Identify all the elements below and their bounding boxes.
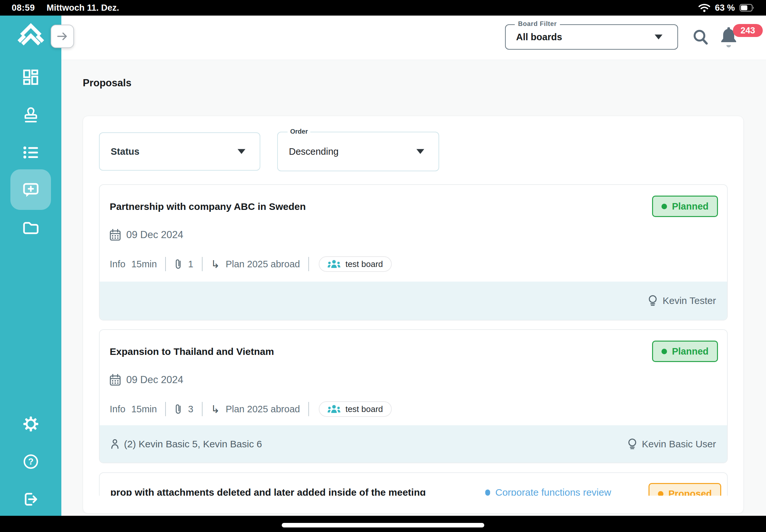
divider [165,257,166,271]
wifi-icon [699,4,710,12]
status-bar-left: 08:59 Mittwoch 11. Dez. [12,3,119,13]
order-select[interactable]: Order Descending [277,132,439,171]
board-chip[interactable]: test board [319,401,392,417]
notifications-button[interactable]: 243 [719,23,765,53]
lightbulb-icon [627,438,637,450]
search-button[interactable] [692,28,710,46]
proposals-panel: Status Order Descending Partnership with… [83,116,744,514]
paperclip-icon [174,258,182,270]
proposal-chat-plus-icon [23,182,39,198]
sidebar-item-settings[interactable] [0,414,61,434]
board-filter-label: Board Filter [515,20,560,28]
board-filter-select[interactable]: Board Filter All boards [505,24,678,50]
status-dot-icon [658,491,663,496]
board-chip-label: test board [345,404,383,414]
subitem-arrow-icon [211,258,220,271]
linked-board-name: Corporate functions review [495,487,611,496]
board-dot-icon [485,490,490,496]
proposal-card-footer: Kevin Tester [100,282,727,320]
sidebar-expand-button[interactable] [51,25,74,48]
sidebar-item-proposals[interactable] [0,180,61,200]
attachment-count: 1 [188,259,193,270]
status-badge: Planned [652,196,718,217]
arrow-right-icon [57,32,68,41]
battery-percent: 63 % [715,3,735,13]
proposal-attendees: (2) Kevin Basic 5, Kevin Basic 6 [111,439,262,450]
status-badge: Planned [652,341,718,362]
clock: 08:59 [12,3,35,13]
sidebar-item-logout[interactable] [0,489,61,510]
notification-count-badge: 243 [733,24,763,37]
divider [202,257,202,271]
proposal-date: 09 Dec 2024 [126,374,183,386]
status-filter-value: Status [111,146,140,157]
sidebar-item-help[interactable]: ? [0,451,61,472]
proposal-date-row: 09 Dec 2024 [110,374,183,386]
battery-icon [739,4,754,12]
person-icon [111,439,119,449]
proposal-title: Partnership with company ABC in Sweden [110,201,306,212]
stamp-icon [23,107,38,123]
search-icon [692,28,710,46]
proposal-title: prop with attachments deleted and later … [110,487,426,496]
proposal-date-row: 09 Dec 2024 [110,229,183,241]
app-logo [17,22,45,47]
sidebar: ? [0,16,61,516]
chevron-down-icon [237,149,245,154]
status-dot-icon [662,204,667,209]
board-filter-value: All boards [516,32,562,42]
proposal-owner-name: Kevin Tester [663,295,716,306]
attachment-count: 3 [188,404,193,415]
proposal-title: Expansion to Thailand and Vietnam [110,346,274,357]
proposal-card[interactable]: Partnership with company ABC in Sweden P… [99,184,728,320]
order-value: Descending [289,146,338,157]
sidebar-item-lists[interactable] [0,142,61,163]
divider [202,402,202,416]
proposal-card[interactable]: prop with attachments deleted and later … [99,472,728,496]
parent-plan-link[interactable]: Plan 2025 abroad [225,259,300,270]
dashboard-icon [23,69,39,85]
meta-type: Info [110,259,125,270]
help-icon: ? [23,454,39,469]
meta-duration: 15min [131,259,157,270]
page-title: Proposals [83,77,131,89]
sidebar-item-approvals[interactable] [0,104,61,125]
home-indicator[interactable] [282,523,484,527]
list-icon [23,146,39,159]
status-bar-right: 63 % [699,3,754,13]
sidebar-item-documents[interactable] [0,217,61,238]
proposal-owner: Kevin Tester [648,295,716,307]
paperclip-icon [174,403,182,415]
linked-board-link[interactable]: Corporate functions review [485,487,611,496]
proposal-meta-row: Info 15min 1 Plan 2025 abroad [110,254,392,274]
proposal-date: 09 Dec 2024 [126,229,183,241]
logout-icon [23,492,39,507]
top-header: Board Filter All boards 243 [61,16,766,60]
svg-text:?: ? [28,457,33,466]
calendar-icon [110,229,121,241]
lightbulb-icon [648,295,658,307]
meta-type: Info [110,404,125,415]
divider [308,402,309,416]
parent-plan-link[interactable]: Plan 2025 abroad [225,404,300,415]
proposal-card-clipped-region: prop with attachments deleted and later … [99,472,728,496]
ios-home-bar [0,516,766,532]
gear-icon [23,416,39,432]
sidebar-item-dashboard[interactable] [0,67,61,88]
board-chip[interactable]: test board [319,256,392,272]
status-dot-icon [662,349,667,354]
proposal-card[interactable]: Expansion to Thailand and Vietnam Planne… [99,329,728,463]
status-filter-select[interactable]: Status [99,132,260,171]
status-badge: Proposed [649,483,721,496]
chevron-down-icon [417,149,424,154]
board-chip-label: test board [345,259,383,269]
ios-status-bar: 08:59 Mittwoch 11. Dez. 63 % [0,0,766,16]
group-icon [327,405,340,414]
group-icon [327,260,340,269]
proposal-card-footer: (2) Kevin Basic 5, Kevin Basic 6 Kevin B… [100,425,727,463]
order-label: Order [287,128,310,135]
calendar-icon [110,374,121,386]
date: Mittwoch 11. Dez. [47,3,119,13]
chevron-down-icon [655,35,663,40]
meta-duration: 15min [131,404,157,415]
